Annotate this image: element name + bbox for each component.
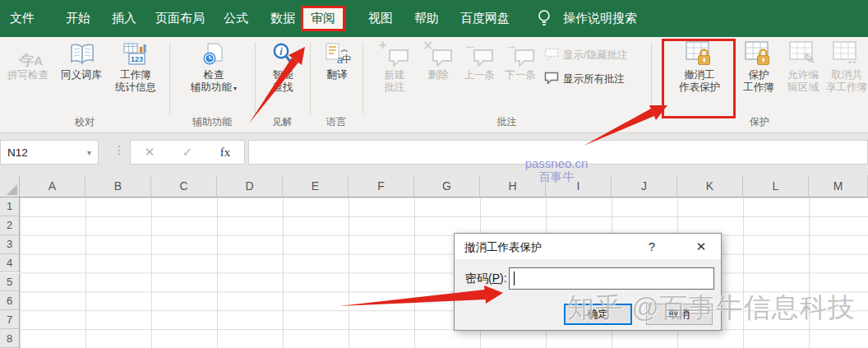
show-all-comments-icon	[544, 72, 559, 86]
spell-check-icon: 字A ✓	[13, 40, 43, 67]
column-header-G[interactable]: G	[414, 175, 480, 197]
column-header-E[interactable]: E	[283, 175, 349, 197]
previous-comment-icon: ←	[464, 40, 494, 67]
tab-data[interactable]: 数据	[270, 0, 295, 37]
column-header-C[interactable]: C	[151, 175, 217, 197]
column-header-M[interactable]: M	[809, 175, 868, 197]
column-header-F[interactable]: F	[349, 175, 414, 197]
column-header-J[interactable]: J	[612, 175, 677, 197]
cancel-icon: ✕	[145, 145, 155, 160]
password-input[interactable]	[509, 267, 714, 290]
translate-button[interactable]: a 中 翻译	[314, 40, 360, 81]
protect-workbook-button[interactable]: 保护 工作簿	[736, 40, 781, 94]
stats-123-icon: 123	[121, 40, 150, 67]
group-divider	[255, 42, 256, 114]
menu-bar: 文件 开始 插入 页面布局 公式 数据 审阅 视图 帮助 百度网盘 操作说明搜索	[0, 0, 868, 37]
select-all-corner[interactable]	[0, 175, 20, 197]
next-comment-button: → 下一条	[500, 40, 541, 81]
previous-comment-button: ← 上一条	[459, 40, 500, 81]
next-comment-icon: →	[506, 40, 535, 67]
group-label-proofing: 校对	[0, 115, 169, 129]
tab-home[interactable]: 开始	[66, 0, 90, 37]
text-caret	[514, 271, 515, 285]
show-hide-comment-icon	[544, 48, 559, 63]
column-header-B[interactable]: B	[85, 175, 151, 197]
row-header-8[interactable]: 8	[0, 329, 20, 348]
row-header-3[interactable]: 3	[0, 235, 20, 254]
dialog-close-icon[interactable]: ✕	[686, 234, 716, 259]
formula-buttons: ✕ ✓ fx	[130, 140, 245, 165]
tab-view[interactable]: 视图	[368, 0, 393, 37]
name-box-dropdown-icon[interactable]: ▾	[87, 148, 91, 157]
chevron-down-icon: ▾	[233, 85, 237, 92]
new-comment-button: + 新建 批注	[372, 40, 418, 94]
tab-review-highlighted[interactable]: 审阅	[301, 6, 345, 31]
tab-page-layout[interactable]: 页面布局	[155, 0, 205, 37]
group-label-language: 语言	[310, 115, 362, 129]
unprotect-sheet-button[interactable]: 撤消工 作表保护	[665, 40, 734, 94]
cancel-button[interactable]: 取消	[646, 304, 713, 325]
translate-icon: a 中	[322, 40, 352, 67]
group-label-accessibility: 辅助功能	[169, 115, 255, 129]
thesaurus-button[interactable]: 同义词库	[56, 40, 107, 81]
sheet-lock-icon	[685, 40, 714, 67]
group-divider	[169, 42, 170, 114]
show-hide-comment-button: 显示/隐藏批注	[544, 48, 627, 63]
show-all-comments-button[interactable]: 显示所有批注	[544, 72, 625, 86]
formula-input[interactable]	[248, 140, 868, 165]
column-header-L[interactable]: L	[743, 175, 809, 197]
sheet-share-arrows-icon: ↔	[832, 40, 861, 67]
group-divider	[651, 42, 652, 114]
tab-formulas[interactable]: 公式	[224, 0, 248, 37]
cell-grid[interactable]	[20, 197, 868, 348]
check-accessibility-button[interactable]: 检查 辅助功能▾	[181, 40, 247, 95]
column-header-H[interactable]: H	[480, 175, 546, 197]
delete-comment-button: ✕ 删除	[418, 40, 459, 81]
more-options-icon: ⋮	[113, 143, 125, 156]
group-divider	[362, 42, 363, 114]
spell-check-button: 字A ✓ 拼写检查	[2, 40, 54, 81]
row-header-4[interactable]: 4	[0, 254, 20, 273]
formula-bar: N12 ▾ ⋮ ✕ ✓ fx	[0, 133, 868, 175]
ok-button[interactable]: 确定	[564, 304, 632, 325]
lightbulb-icon	[537, 9, 552, 31]
column-header-A[interactable]: A	[20, 175, 85, 197]
dialog-help-button[interactable]: ?	[640, 234, 663, 259]
tell-me-search[interactable]: 操作说明搜索	[563, 0, 637, 37]
allow-edit-ranges-button: ✎ 允许编 辑区域	[781, 40, 825, 94]
sheet-pencil-icon: ✎	[788, 40, 818, 67]
row-header-6[interactable]: 6	[0, 291, 20, 310]
book-icon	[67, 40, 96, 67]
tab-baidu-netdisk[interactable]: 百度网盘	[460, 0, 510, 37]
unprotect-sheet-dialog: 撤消工作表保护 ? ✕ 密码(P): 确定 取消	[454, 233, 722, 331]
magnifier-info-icon: i	[268, 40, 298, 67]
group-label-comments: 批注	[362, 115, 651, 129]
tab-file[interactable]: 文件	[10, 0, 35, 37]
password-label: 密码(P):	[465, 271, 507, 286]
row-header-2[interactable]: 2	[0, 216, 20, 235]
tab-insert[interactable]: 插入	[112, 0, 136, 37]
name-box[interactable]: N12 ▾	[0, 140, 99, 165]
svg-text:↔: ↔	[846, 53, 858, 67]
accessibility-checker-icon	[199, 40, 229, 67]
svg-text:✎: ✎	[803, 51, 815, 67]
workbook-stats-button[interactable]: 123 工作簿 统计信息	[107, 40, 164, 94]
row-header-5[interactable]: 5	[0, 273, 20, 292]
svg-text:123: 123	[131, 55, 143, 63]
select-all-triangle-icon	[7, 184, 17, 195]
column-header-K[interactable]: K	[677, 175, 743, 197]
workbook-lock-icon	[744, 40, 773, 67]
tab-help[interactable]: 帮助	[414, 0, 439, 37]
group-divider	[310, 42, 311, 114]
column-header-I[interactable]: I	[546, 175, 612, 197]
delete-comment-icon: ✕	[423, 40, 453, 67]
insert-function-icon[interactable]: fx	[220, 146, 231, 160]
row-header-7[interactable]: 7	[0, 310, 20, 329]
dialog-title: 撤消工作表保护	[464, 240, 542, 255]
unshare-workbook-button: ↔ 取消共 享工作簿	[825, 40, 868, 94]
row-header-1[interactable]: 1	[0, 197, 20, 216]
column-header-D[interactable]: D	[217, 175, 283, 197]
smart-lookup-button[interactable]: i 智能 查找	[258, 40, 307, 94]
ribbon: 校对 辅助功能 见解 语言 批注 保护 字A ✓ 拼写检查 同义词库	[0, 37, 868, 133]
group-label-insights: 见解	[255, 115, 310, 129]
